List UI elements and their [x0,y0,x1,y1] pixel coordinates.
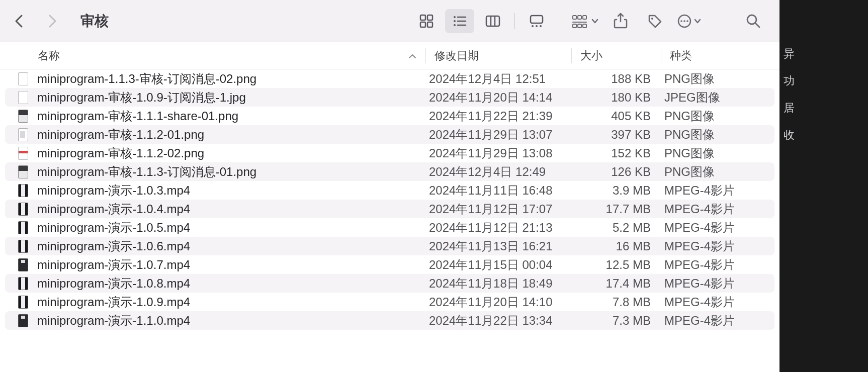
file-icon [17,202,29,216]
file-date: 2024年11月22日 21:39 [425,108,571,124]
file-date: 2024年11月29日 13:07 [425,127,571,143]
search-button[interactable] [741,9,765,33]
toolbar: 审核 [0,0,779,42]
sidebar-item[interactable]: 功 [779,67,868,95]
svg-point-4 [454,16,456,18]
file-size: 16 MB [571,239,661,253]
svg-rect-18 [578,16,581,19]
file-size: 5.2 MB [571,221,661,235]
file-icon [17,72,29,86]
column-header-name[interactable]: 名称 [0,48,425,63]
file-date: 2024年11月11日 16:48 [425,182,571,199]
file-name: miniprogram-审核-1.1.2-01.png [37,127,204,143]
file-size: 12.5 MB [571,258,661,272]
file-icon [17,258,29,272]
column-view-button[interactable] [478,9,507,33]
file-date: 2024年11月20日 14:14 [425,89,571,106]
chevron-down-icon [591,19,598,24]
gallery-view-button[interactable] [522,9,551,33]
file-icon [17,90,29,105]
back-button[interactable] [10,12,28,30]
file-name: miniprogram-审核-1.0.9-订阅消息-1.jpg [37,89,246,106]
finder-window: 审核 [0,0,779,372]
file-row[interactable]: miniprogram-1.1.3-审核-订阅消息-02.png2024年12月… [5,69,774,88]
file-kind: MPEG-4影片 [661,238,774,254]
svg-point-27 [683,20,685,22]
file-date: 2024年11月20日 14:10 [425,294,571,310]
file-row[interactable]: miniprogram-审核-1.0.9-订阅消息-1.jpg2024年11月2… [5,88,774,107]
file-name: miniprogram-演示-1.0.8.mp4 [37,275,190,292]
svg-point-8 [454,24,456,26]
file-date: 2024年11月12日 21:13 [425,220,571,236]
file-size: 188 KB [571,72,661,86]
file-name: miniprogram-演示-1.0.4.mp4 [37,201,190,217]
tag-button[interactable] [643,9,667,33]
svg-point-15 [536,25,538,27]
column-header-kind[interactable]: 种类 [661,48,779,63]
file-kind: MPEG-4影片 [661,220,774,236]
svg-rect-22 [578,24,581,28]
svg-point-28 [686,20,688,22]
column-header-date[interactable]: 修改日期 [425,48,571,63]
file-date: 2024年12月4日 12:49 [425,164,571,180]
file-row[interactable]: miniprogram-审核-1.1.1-share-01.png2024年11… [5,107,774,125]
toolbar-actions [571,9,769,33]
file-name: miniprogram-演示-1.0.3.mp4 [37,182,190,199]
svg-rect-19 [583,16,586,19]
forward-button[interactable] [43,12,61,30]
file-icon [17,109,29,123]
file-row[interactable]: miniprogram-演示-1.0.6.mp42024年11月13日 16:2… [5,237,774,255]
svg-point-16 [540,25,542,27]
file-kind: MPEG-4影片 [661,313,774,329]
column-header-size[interactable]: 大小 [571,48,661,63]
file-name: miniprogram-演示-1.0.7.mp4 [37,257,190,273]
file-name: miniprogram-审核-1.1.1-share-01.png [37,108,238,124]
file-row[interactable]: miniprogram-演示-1.0.9.mp42024年11月20日 14:1… [5,293,774,311]
file-kind: PNG图像 [661,127,774,143]
file-row[interactable]: miniprogram-演示-1.1.0.mp42024年11月22日 13:3… [5,311,774,330]
file-size: 7.3 MB [571,314,661,328]
file-row[interactable]: miniprogram-演示-1.0.3.mp42024年11月11日 16:4… [5,181,774,200]
file-date: 2024年11月15日 00:04 [425,257,571,273]
svg-point-14 [532,25,534,27]
file-size: 126 KB [571,165,661,179]
more-actions-button[interactable] [677,14,701,29]
svg-rect-2 [420,22,425,27]
file-row[interactable]: miniprogram-演示-1.0.5.mp42024年11月12日 21:1… [5,218,774,237]
file-size: 17.4 MB [571,276,661,291]
sidebar-item[interactable]: 异 [779,40,868,67]
file-row[interactable]: miniprogram-审核-1.1.2-02.png2024年11月29日 1… [5,144,774,162]
file-icon [17,165,29,179]
file-size: 180 KB [571,90,661,105]
file-row[interactable]: miniprogram-演示-1.0.4.mp42024年11月12日 17:0… [5,200,774,218]
right-sidebar-edge: 异功居收 [779,0,868,372]
file-row[interactable]: miniprogram-演示-1.0.7.mp42024年11月15日 00:0… [5,255,774,274]
file-row[interactable]: miniprogram-演示-1.0.8.mp42024年11月18日 18:4… [5,274,774,293]
file-size: 17.7 MB [571,202,661,216]
file-date: 2024年11月12日 17:07 [425,201,571,217]
svg-rect-3 [427,22,432,27]
file-name: miniprogram-演示-1.1.0.mp4 [37,313,190,329]
file-size: 3.9 MB [571,183,661,198]
nav-buttons [10,12,61,30]
file-date: 2024年11月22日 13:34 [425,313,571,329]
sidebar-item[interactable]: 收 [779,122,868,149]
share-button[interactable] [609,9,633,33]
file-row[interactable]: miniprogram-审核-1.1.2-01.png2024年11月29日 1… [5,125,774,144]
svg-point-26 [680,20,682,22]
file-name: miniprogram-审核-1.1.2-02.png [37,145,204,161]
sidebar-item[interactable]: 居 [779,95,868,122]
file-icon [17,221,29,235]
list-view-button[interactable] [445,9,474,33]
file-row[interactable]: miniprogram-审核-1.1.3-订阅消息-01.png2024年12月… [5,162,774,181]
file-kind: MPEG-4影片 [661,257,774,273]
svg-rect-23 [583,24,586,28]
icon-view-button[interactable] [412,9,441,33]
file-kind: PNG图像 [661,108,774,124]
file-icon [17,128,29,142]
file-kind: MPEG-4影片 [661,182,774,199]
file-name: miniprogram-1.1.3-审核-订阅消息-02.png [37,71,256,87]
group-by-button[interactable] [571,14,598,29]
svg-rect-10 [486,16,499,26]
column-header: 名称 修改日期 大小 种类 [0,42,779,69]
